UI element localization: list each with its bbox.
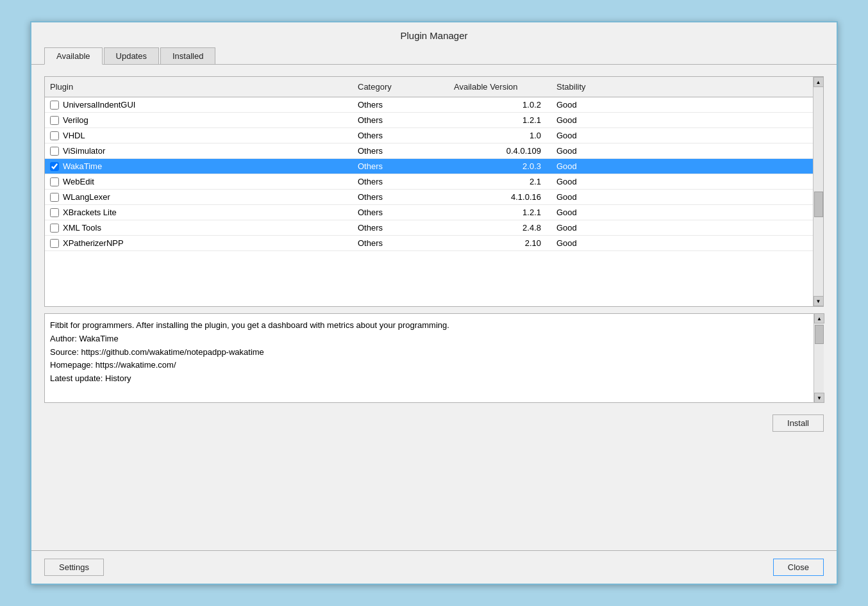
desc-scroll-down-btn[interactable]: ▼: [814, 393, 824, 403]
plugin-checkbox-cell[interactable]: WLangLexer: [45, 190, 353, 204]
plugin-category: Others: [353, 128, 449, 143]
plugin-checkbox-cell[interactable]: Verilog: [45, 113, 353, 127]
plugin-checkbox[interactable]: [50, 224, 59, 233]
plugin-checkbox-cell[interactable]: WebEdit: [45, 174, 353, 189]
plugin-checkbox[interactable]: [50, 208, 59, 217]
desc-scroll-thumb[interactable]: [815, 325, 824, 344]
plugin-stability: Good: [551, 190, 647, 204]
plugin-extra: [647, 149, 813, 154]
plugin-checkbox-cell[interactable]: XBrackets Lite: [45, 205, 353, 220]
plugin-checkbox[interactable]: [50, 239, 59, 248]
plugin-name: XML Tools: [63, 223, 101, 233]
scrollbar-thumb[interactable]: [814, 192, 823, 217]
table-row[interactable]: WebEdit Others 2.1 Good: [45, 174, 813, 190]
plugin-version: 1.2.1: [449, 205, 551, 220]
plugin-extra: [647, 241, 813, 246]
plugin-name: ViSimulator: [63, 146, 105, 156]
plugin-stability: Good: [551, 159, 647, 174]
col-category: Category: [353, 79, 449, 94]
table-row[interactable]: XPatherizerNPP Others 2.10 Good: [45, 236, 813, 251]
plugin-extra: [647, 164, 813, 169]
description-wrapper: Fitbit for programmers. After installing…: [44, 313, 824, 403]
plugin-extra: [647, 195, 813, 200]
table-row[interactable]: WLangLexer Others 4.1.0.16 Good: [45, 190, 813, 205]
plugin-extra: [647, 118, 813, 123]
plugin-name: WakaTime: [63, 161, 102, 171]
install-button[interactable]: Install: [772, 414, 824, 432]
tab-updates[interactable]: Updates: [104, 47, 159, 65]
table-scrollbar[interactable]: ▲ ▼: [813, 77, 823, 306]
scrollbar-down-btn[interactable]: ▼: [814, 296, 824, 306]
desc-update: Latest update: History: [50, 373, 131, 383]
table-row[interactable]: WakaTime Others 2.0.3 Good: [45, 159, 813, 174]
plugin-checkbox[interactable]: [50, 147, 59, 156]
col-plugin: Plugin: [45, 79, 353, 94]
col-extra: [647, 79, 823, 94]
desc-homepage: Homepage: https://wakatime.com/: [50, 360, 176, 370]
plugin-version: 2.1: [449, 174, 551, 189]
plugin-version: 1.0: [449, 128, 551, 143]
plugin-category: Others: [353, 143, 449, 158]
plugin-checkbox-cell[interactable]: XPatherizerNPP: [45, 236, 353, 250]
plugin-stability: Good: [551, 97, 647, 112]
tabs-row: Available Updates Installed: [31, 47, 837, 65]
plugin-version: 2.10: [449, 236, 551, 250]
plugin-checkbox-cell[interactable]: UniversalIndentGUI: [45, 97, 353, 112]
table-row[interactable]: ViSimulator Others 0.4.0.109 Good: [45, 143, 813, 159]
plugin-extra: [647, 102, 813, 108]
plugin-stability: Good: [551, 143, 647, 158]
dialog-title: Plugin Manager: [31, 22, 837, 47]
plugin-stability: Good: [551, 236, 647, 250]
plugin-name: VHDL: [63, 131, 85, 140]
plugin-version: 1.2.1: [449, 113, 551, 127]
plugin-version: 1.0.2: [449, 97, 551, 112]
desc-scroll-up-btn[interactable]: ▲: [814, 313, 824, 323]
plugin-category: Others: [353, 159, 449, 174]
settings-button[interactable]: Settings: [44, 559, 104, 576]
desc-author: Author: WakaTime: [50, 334, 119, 343]
plugin-checkbox-cell[interactable]: XML Tools: [45, 220, 353, 235]
plugin-name: Verilog: [63, 115, 88, 125]
plugin-stability: Good: [551, 220, 647, 235]
plugin-extra: [647, 225, 813, 231]
plugin-stability: Good: [551, 205, 647, 220]
table-header: Plugin Category Available Version Stabil…: [45, 77, 823, 97]
tab-available[interactable]: Available: [44, 47, 103, 65]
plugin-version: 2.4.8: [449, 220, 551, 235]
table-row[interactable]: Verilog Others 1.2.1 Good: [45, 113, 813, 128]
plugin-stability: Good: [551, 174, 647, 189]
plugin-category: Others: [353, 236, 449, 250]
plugin-name: WebEdit: [63, 177, 94, 186]
plugin-version: 0.4.0.109: [449, 143, 551, 158]
plugin-category: Others: [353, 174, 449, 189]
plugin-stability: Good: [551, 128, 647, 143]
table-row[interactable]: VHDL Others 1.0 Good: [45, 128, 813, 143]
plugin-checkbox[interactable]: [50, 101, 59, 110]
plugin-category: Others: [353, 190, 449, 204]
plugin-checkbox-cell[interactable]: VHDL: [45, 128, 353, 143]
plugin-name: XPatherizerNPP: [63, 238, 124, 248]
plugin-checkbox-cell[interactable]: WakaTime: [45, 159, 353, 174]
table-row[interactable]: XBrackets Lite Others 1.2.1 Good: [45, 205, 813, 220]
table-body[interactable]: UniversalIndentGUI Others 1.0.2 Good Ver…: [45, 97, 823, 306]
table-row[interactable]: UniversalIndentGUI Others 1.0.2 Good: [45, 97, 813, 113]
plugin-category: Others: [353, 205, 449, 220]
desc-scroll-track: [814, 323, 824, 393]
plugin-category: Others: [353, 113, 449, 127]
plugin-checkbox[interactable]: [50, 116, 59, 125]
desc-scrollbar[interactable]: ▲ ▼: [814, 313, 824, 403]
plugin-checkbox-cell[interactable]: ViSimulator: [45, 143, 353, 158]
install-row: Install: [44, 409, 824, 437]
plugin-extra: [647, 210, 813, 215]
table-row[interactable]: XML Tools Others 2.4.8 Good: [45, 220, 813, 236]
plugin-checkbox[interactable]: [50, 131, 59, 140]
close-button[interactable]: Close: [773, 559, 824, 576]
plugin-checkbox[interactable]: [50, 162, 59, 171]
tab-installed[interactable]: Installed: [160, 47, 215, 65]
scrollbar-track: [814, 87, 824, 296]
col-stability: Stability: [551, 79, 647, 94]
scrollbar-up-btn[interactable]: ▲: [814, 77, 824, 87]
plugin-version: 2.0.3: [449, 159, 551, 174]
plugin-checkbox[interactable]: [50, 193, 59, 202]
plugin-checkbox[interactable]: [50, 177, 59, 186]
